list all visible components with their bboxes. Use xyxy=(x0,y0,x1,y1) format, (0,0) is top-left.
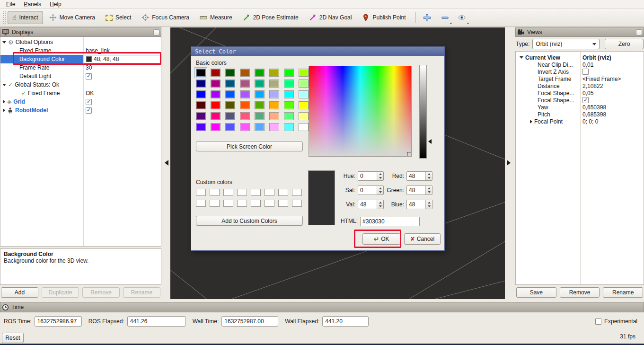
ros-elapsed-field[interactable]: 441.26 xyxy=(127,316,186,327)
dialog-title-bar[interactable]: Select Color xyxy=(191,47,444,56)
html-color-input[interactable]: #303030 xyxy=(360,217,420,226)
row-value[interactable]: 2,10822 xyxy=(580,82,644,89)
basic-color-swatch[interactable] xyxy=(225,101,235,109)
basic-color-swatch[interactable] xyxy=(225,112,235,120)
custom-color-swatch[interactable] xyxy=(265,189,274,196)
custom-color-swatch[interactable] xyxy=(251,189,261,196)
display-row-robotmodel[interactable]: RobotModel xyxy=(0,106,161,115)
basic-color-swatch[interactable] xyxy=(225,80,235,88)
row-value[interactable]: 0,650398 xyxy=(580,104,644,111)
basic-color-swatch[interactable] xyxy=(299,123,309,131)
basic-color-swatch[interactable] xyxy=(269,112,279,120)
basic-color-swatch[interactable] xyxy=(196,112,206,120)
custom-color-swatch[interactable] xyxy=(196,189,206,196)
basic-color-swatch[interactable] xyxy=(196,90,206,98)
row-value[interactable]: 0,05 xyxy=(580,89,644,97)
custom-color-swatch[interactable] xyxy=(223,189,233,196)
tool-interact[interactable]: ☝ Interact xyxy=(8,11,43,24)
spin-up-icon[interactable] xyxy=(379,187,382,189)
expander-icon[interactable] xyxy=(520,56,523,59)
basic-color-swatch[interactable] xyxy=(255,69,265,77)
display-row-fixed-frame-status[interactable]: ✓Fixed Frame OK xyxy=(0,89,161,97)
basic-color-swatch[interactable] xyxy=(196,123,206,131)
add-custom-colors-button[interactable]: Add to Custom Colors xyxy=(196,216,303,226)
custom-color-swatch[interactable] xyxy=(278,200,288,207)
basic-color-swatch[interactable] xyxy=(196,80,206,88)
custom-color-swatch[interactable] xyxy=(210,189,220,196)
basic-color-swatch[interactable] xyxy=(211,69,221,77)
basic-color-swatch[interactable] xyxy=(269,80,279,88)
view-row-near-clip[interactable]: Near Clip Di... 0,01 xyxy=(516,61,644,68)
expander-icon[interactable] xyxy=(530,120,532,124)
custom-color-swatch[interactable] xyxy=(265,200,274,207)
spin-down-icon[interactable] xyxy=(428,191,431,193)
basic-color-swatch[interactable] xyxy=(299,80,309,88)
custom-color-swatch[interactable] xyxy=(196,200,206,207)
save-view-button[interactable]: Save xyxy=(516,287,556,298)
invert-z-checkbox[interactable] xyxy=(582,69,589,75)
basic-color-swatch[interactable] xyxy=(255,123,265,131)
reset-button[interactable]: Reset xyxy=(2,333,24,343)
expander-icon[interactable] xyxy=(3,100,5,104)
rename-view-button[interactable]: Rename xyxy=(603,287,643,298)
basic-color-swatch[interactable] xyxy=(284,101,294,109)
basic-color-swatch[interactable] xyxy=(240,101,250,109)
zero-button[interactable]: Zero xyxy=(605,39,644,49)
robotmodel-enabled-checkbox[interactable] xyxy=(86,107,92,114)
view-row-focal-point[interactable]: Focal Point 0; 0; 0 xyxy=(516,118,644,125)
custom-color-swatch[interactable] xyxy=(251,200,261,207)
basic-color-swatch[interactable] xyxy=(196,69,206,77)
tool-2d-nav-goal[interactable]: 2D Nav Goal xyxy=(305,11,356,24)
expander-icon[interactable] xyxy=(3,108,5,112)
basic-color-swatch[interactable] xyxy=(240,69,250,77)
displays-header[interactable]: Displays xyxy=(0,27,161,37)
menu-file[interactable]: File xyxy=(2,0,19,8)
custom-color-swatch[interactable] xyxy=(210,200,220,207)
views-header[interactable]: Views xyxy=(515,27,644,37)
row-value[interactable]: <Fixed Frame> xyxy=(580,75,644,82)
rename-display-button[interactable]: Rename xyxy=(123,287,160,298)
time-header[interactable]: Time xyxy=(0,302,644,312)
basic-color-swatch[interactable] xyxy=(240,123,250,131)
spin-up-icon[interactable] xyxy=(379,173,382,175)
basic-color-swatch[interactable] xyxy=(299,69,309,77)
custom-color-swatch[interactable] xyxy=(292,200,302,207)
wall-time-field[interactable]: 1632752987.00 xyxy=(221,316,278,327)
basic-color-swatch[interactable] xyxy=(255,101,265,109)
expander-icon[interactable] xyxy=(2,84,6,86)
tool-move-camera[interactable]: Move Camera xyxy=(45,11,99,24)
basic-color-swatch[interactable] xyxy=(269,101,279,109)
basic-color-swatch[interactable] xyxy=(225,69,235,77)
display-row-grid[interactable]: ◈Grid xyxy=(0,97,161,106)
basic-color-swatch[interactable] xyxy=(269,90,279,98)
spin-down-icon[interactable] xyxy=(379,177,382,179)
basic-color-swatch[interactable] xyxy=(211,80,221,88)
row-value[interactable]: 0,01 xyxy=(580,61,644,68)
spin-down-icon[interactable] xyxy=(428,205,431,207)
display-row-default-light[interactable]: Default Light xyxy=(0,72,161,80)
focal-shape-checkbox[interactable] xyxy=(582,97,589,103)
basic-color-swatch[interactable] xyxy=(240,90,250,98)
tool-publish-point[interactable]: Publish Point xyxy=(358,11,410,24)
value-slider[interactable] xyxy=(419,65,427,159)
view-row-focal-shape-size[interactable]: Focal Shape... 0,05 xyxy=(516,89,644,97)
display-row-global-options[interactable]: ⚙Global Options xyxy=(0,38,161,46)
hue-spinbox[interactable]: 0 xyxy=(358,171,384,181)
row-value[interactable]: 0; 0; 0 xyxy=(580,118,644,125)
remove-view-button[interactable]: Remove xyxy=(560,287,600,298)
menu-panels[interactable]: Panels xyxy=(19,0,45,8)
view-row-focal-shape-fixed[interactable]: Focal Shape... xyxy=(516,97,644,104)
view-row-current-view[interactable]: Current View Orbit (rviz) xyxy=(516,54,644,61)
spin-up-icon[interactable] xyxy=(428,173,431,175)
basic-color-swatch[interactable] xyxy=(284,90,294,98)
custom-color-swatch[interactable] xyxy=(237,200,247,207)
view-row-target-frame[interactable]: Target Frame <Fixed Frame> xyxy=(516,75,644,82)
menu-help[interactable]: Help xyxy=(45,0,66,8)
blue-spinbox[interactable]: 48 xyxy=(406,200,432,209)
pick-screen-color-button[interactable]: Pick Screen Color xyxy=(196,142,303,151)
val-spinbox[interactable]: 48 xyxy=(358,200,384,209)
add-display-button[interactable]: Add xyxy=(1,287,38,298)
basic-color-swatch[interactable] xyxy=(284,123,294,131)
custom-color-swatch[interactable] xyxy=(223,200,233,207)
tool-measure[interactable]: Measure xyxy=(195,11,237,24)
